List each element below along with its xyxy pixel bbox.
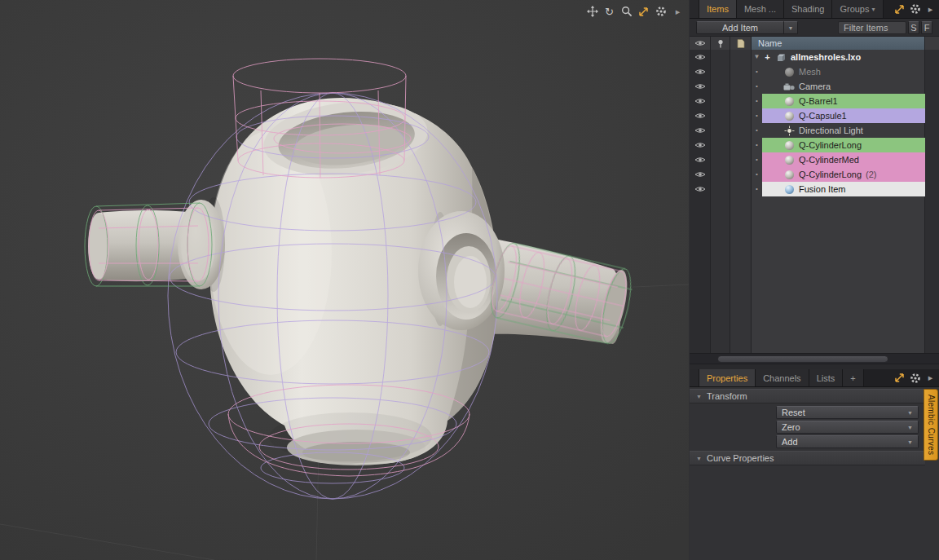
tree-row-allmeshroles-lxo[interactable]: ▼+allmeshroles.lxo [690,50,939,64]
row-bullet-icon: • [752,138,762,152]
tab-groups[interactable]: Groups▾ [832,0,883,18]
more-icon[interactable]: ▸ [671,5,685,19]
filter-items-field[interactable]: Filter Items [838,21,906,34]
dropdown-caret-icon: ▼ [907,439,913,445]
row-bullet-icon: • [752,182,762,196]
row-content: Camera [762,79,925,94]
render-flag-icon [737,39,745,48]
filter-f-button[interactable]: F [921,21,932,34]
orbit-icon[interactable]: ↻ [602,5,616,19]
tab-items[interactable]: Items [699,0,737,18]
visibility-eye-icon[interactable] [694,156,706,164]
add-item-button[interactable]: Add Item [696,21,784,34]
tab-properties[interactable]: Properties [699,369,756,386]
add-button[interactable]: Add▼ [776,435,919,448]
tree-row-camera[interactable]: •Camera [690,79,939,94]
scene-icon [775,51,787,63]
visibility-eye-icon[interactable] [694,126,706,134]
visibility-eye-icon[interactable] [694,185,706,193]
tree-row-q-cylindermed[interactable]: •Q-CylinderMed [690,152,939,167]
mesh-ball-icon [783,66,795,77]
tree-row-fusion-item[interactable]: •Fusion Item [690,182,939,196]
reset-button[interactable]: Reset▼ [776,406,919,419]
row-bullet-icon: • [752,123,762,138]
more-icon[interactable]: ▸ [924,2,937,16]
item-label: Q-Capsule1 [799,111,847,121]
tab-label: Properties [707,373,747,383]
tab-lists[interactable]: Lists [809,369,844,386]
mesh-ball-icon [783,139,795,151]
tree-row-q-cylinderlong[interactable]: •Q-CylinderLong [690,138,939,152]
transform-section-header[interactable]: ▼ Transform [690,389,925,403]
tree-row-directional-light[interactable]: •Directional Light [690,123,939,138]
visibility-eye-icon[interactable] [694,97,706,105]
tab-shading[interactable]: Shading [784,0,832,18]
panel-grip [690,369,699,386]
maximize-icon[interactable] [637,5,650,19]
visibility-eye-icon[interactable] [694,82,706,90]
visibility-eye-icon[interactable] [694,170,706,179]
viewport-3d-canvas [0,0,689,560]
row-bullet-icon: • [752,94,762,108]
visibility-eye-icon[interactable] [694,53,706,61]
scrollbar-thumb[interactable] [717,355,888,363]
maximize-icon[interactable] [893,371,906,385]
mesh-ball-icon [783,95,795,107]
name-column-header[interactable]: Name [752,37,925,50]
lock-column-header[interactable] [711,37,730,50]
row-bullet-icon: • [752,108,762,123]
properties-tab-bar: PropertiesChannelsLists+ ▸ [690,369,939,387]
gear-icon[interactable] [654,5,668,19]
add-item-dropdown[interactable]: ▼ [784,21,798,34]
filter-s-button[interactable]: S [908,21,919,34]
item-label: Q-CylinderMed [799,155,859,165]
dropdown-caret-icon: ▾ [871,6,875,13]
maximize-icon[interactable] [893,2,906,16]
panel-grip [690,0,699,18]
alembic-curves-side-tab[interactable]: Alembic Curves [924,389,938,461]
render-column-header[interactable] [730,37,752,50]
scene-add-plus-icon[interactable]: + [764,52,771,62]
row-content: Q-CylinderLong [762,138,925,152]
item-label: Q-Barrel1 [799,96,838,106]
visibility-eye-icon[interactable] [694,112,706,120]
tab-channels[interactable]: Channels [756,369,809,386]
item-label: Directional Light [799,126,863,135]
curve-properties-section-header[interactable]: ▼ Curve Properties [690,451,925,465]
light-icon [783,125,795,136]
visibility-eye-icon[interactable] [694,141,706,149]
zero-button[interactable]: Zero▼ [776,421,919,434]
button-label: Add [782,437,798,447]
tab-mesh[interactable]: Mesh ... [737,0,784,18]
fusion-icon [783,183,795,195]
zoom-icon[interactable] [619,5,633,19]
tree-row-mesh[interactable]: •Mesh [690,64,939,79]
items-tab-bar: ItemsMesh ...ShadingGroups▾ ▸ [690,0,939,19]
tree-row-q-cylinderlong-2[interactable]: •Q-CylinderLong(2) [690,167,939,182]
expand-arrow-icon[interactable]: ▼ [752,50,762,64]
viewport-toolbar: ↻▸ [585,3,685,20]
items-horizontal-scrollbar[interactable] [690,353,939,364]
tab-label: Items [707,4,729,14]
tree-row-q-barrel1[interactable]: •Q-Barrel1 [690,94,939,108]
pan-icon[interactable] [585,5,599,19]
3d-viewport[interactable]: ↻▸ [0,0,689,560]
more-icon[interactable]: ▸ [924,371,937,385]
tab-plus[interactable]: + [843,369,863,386]
visibility-column-header[interactable] [690,37,711,50]
add-item-bar: Add Item ▼ Filter Items S F [690,19,939,37]
pin-icon [716,39,725,48]
props-tabs: PropertiesChannelsLists+ [699,369,864,386]
modo-window: ↻▸ ItemsMesh ...ShadingGroups▾ ▸ Add Ite… [0,0,939,560]
gear-icon[interactable] [908,371,922,385]
tree-row-q-capsule1[interactable]: •Q-Capsule1 [690,108,939,123]
section-triangle-icon: ▼ [696,456,702,461]
transform-buttons: Reset▼Zero▼Add▼ [776,406,919,450]
gear-icon[interactable] [908,2,922,16]
item-label-suffix: (2) [866,170,876,179]
properties-body: ▼ Transform Reset▼Zero▼Add▼ ▼ Curve Prop… [690,387,939,560]
camera-icon [783,81,795,92]
row-bullet-icon: • [752,152,762,167]
row-content: Directional Light [762,123,925,138]
visibility-eye-icon[interactable] [694,68,706,76]
